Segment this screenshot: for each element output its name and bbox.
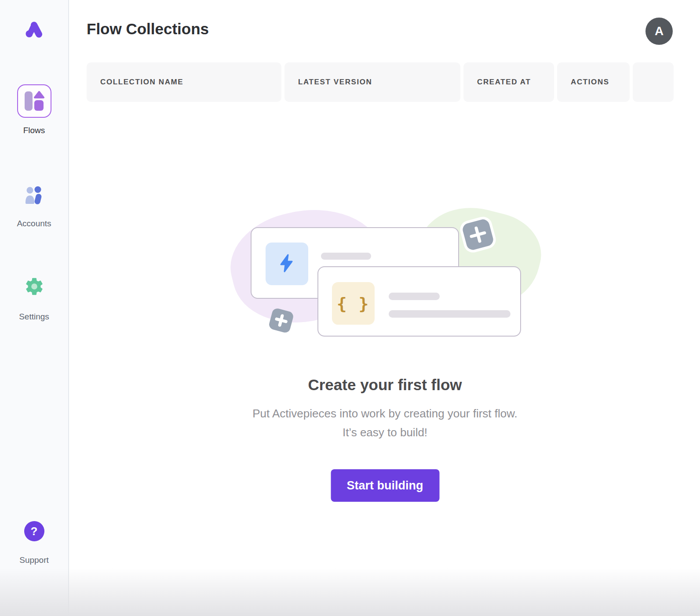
lightning-bolt-icon (277, 254, 296, 275)
skeleton-text-line (389, 293, 440, 300)
empty-state-illustration: { } (231, 207, 539, 347)
sidebar-item-label: Accounts (17, 219, 51, 228)
accounts-users-icon (24, 186, 44, 207)
sidebar-item-label: Flows (23, 126, 45, 135)
sidebar-item-label: Support (19, 555, 49, 565)
question-mark-icon: ? (24, 521, 44, 541)
sidebar-item-accounts[interactable]: Accounts (0, 186, 68, 228)
plus-icon (468, 225, 488, 245)
curly-braces-icon: { } (337, 294, 370, 313)
empty-state: { } Create your first flow Put Activepie… (70, 0, 700, 616)
activepieces-logo-icon (24, 32, 44, 39)
code-tile: { } (332, 282, 375, 325)
sidebar-item-flows[interactable]: Flows (0, 84, 68, 135)
sidebar-item-settings[interactable]: Settings (0, 276, 68, 322)
plus-icon (273, 312, 289, 328)
empty-state-description: Put Activepieces into work by creating y… (70, 404, 700, 442)
lightning-tile (266, 243, 308, 285)
flows-icon (17, 84, 51, 118)
app-logo[interactable] (24, 19, 44, 40)
illustration-card-code: { } (317, 266, 521, 337)
sidebar: Flows Accounts Settings ? Support (0, 0, 69, 616)
start-building-button[interactable]: Start building (331, 469, 439, 502)
empty-state-description-line1: Put Activepieces into work by creating y… (70, 404, 700, 423)
empty-state-heading: Create your first flow (70, 376, 700, 394)
skeleton-text-line (389, 310, 510, 318)
gear-icon (24, 276, 45, 299)
sidebar-item-support[interactable]: ? Support (0, 521, 68, 565)
empty-state-description-line2: It’s easy to build! (70, 423, 700, 442)
sidebar-item-label: Settings (19, 312, 49, 322)
skeleton-text-line (321, 253, 371, 260)
